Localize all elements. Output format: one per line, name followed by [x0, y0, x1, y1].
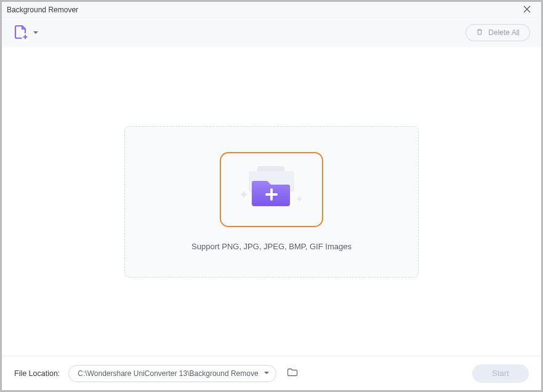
toolbar: Delete All [2, 18, 541, 47]
delete-all-button[interactable]: Delete All [465, 24, 530, 41]
close-button[interactable] [517, 2, 537, 17]
add-file-button[interactable] [13, 25, 39, 41]
folder-icon [287, 368, 298, 379]
drop-zone[interactable]: Support PNG, JPG, JPEG, BMP, GIF Images [124, 126, 419, 278]
add-files-drop-button[interactable] [220, 152, 323, 227]
delete-all-label: Delete All [488, 28, 520, 37]
folder-plus-icon [235, 162, 308, 217]
file-location-select[interactable]: C:\Wondershare UniConverter 13\Backgroun… [68, 365, 276, 382]
main-area: Support PNG, JPG, JPEG, BMP, GIF Images [2, 47, 541, 356]
app-window: Background Remover [1, 1, 542, 391]
window-title: Background Remover [7, 6, 78, 14]
add-file-icon [13, 25, 29, 41]
close-icon [523, 4, 531, 15]
supported-formats-text: Support PNG, JPG, JPEG, BMP, GIF Images [191, 242, 352, 251]
title-bar: Background Remover [2, 2, 541, 18]
file-location-path: C:\Wondershare UniConverter 13\Backgroun… [78, 369, 258, 378]
start-button-label: Start [492, 369, 509, 378]
footer: File Location: C:\Wondershare UniConvert… [2, 356, 541, 390]
start-button[interactable]: Start [472, 364, 529, 383]
chevron-down-icon [263, 369, 270, 378]
chevron-down-icon [33, 27, 39, 38]
browse-folder-button[interactable] [285, 367, 300, 380]
trash-icon [476, 28, 483, 38]
file-location-label: File Location: [14, 369, 60, 378]
